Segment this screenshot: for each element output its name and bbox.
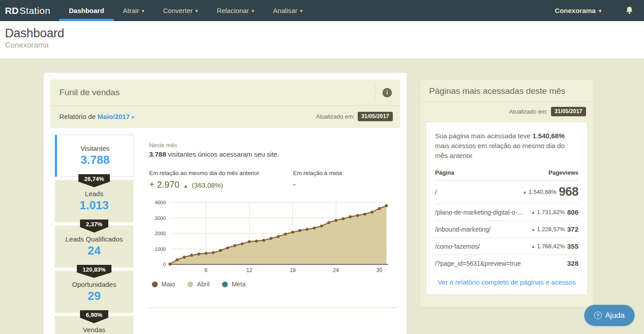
nav-item-atrair[interactable]: Atrair▾ (114, 0, 154, 21)
page-views: 328 (567, 259, 578, 267)
page-views: 968 (559, 185, 578, 199)
chevron-down-icon: ▾ (599, 8, 601, 14)
svg-text:18: 18 (289, 267, 296, 273)
arrow-up-icon: ▲ (523, 190, 527, 194)
stat-vs-goal-value: - (293, 180, 342, 189)
legend-label: Meta (231, 281, 245, 288)
svg-text:4000: 4000 (155, 200, 166, 205)
divider (149, 308, 397, 308)
pages-card-title: Páginas mais acessadas deste mês (429, 86, 565, 96)
rdstation-logo[interactable]: RD Station (0, 0, 56, 21)
funnel-stage-value: 1.013 (80, 198, 109, 212)
sales-funnel-panel: Funil de vendas i Relatório de Maio/2017… (44, 73, 407, 334)
svg-text:6: 6 (204, 267, 208, 273)
intro-post: mais acessos em relação ao mesmo dia do … (435, 142, 564, 159)
legend-item-meta[interactable]: Meta (222, 281, 245, 288)
legend-label: Maio (161, 281, 175, 288)
funnel-stage-visitantes[interactable]: Visitantes3.788 (55, 135, 133, 177)
nav-item-label: Atrair (123, 7, 139, 14)
page-metrics: 328 (567, 259, 578, 267)
col-header-pageviews: Pageviews (549, 169, 579, 176)
table-row[interactable]: /plano-de-marketing-digital-o-...▲1.731,… (435, 204, 578, 221)
visitors-count: 3.788 (149, 150, 166, 158)
nav-item-relacionar[interactable]: Relacionar▾ (207, 0, 263, 21)
updated-label: Atualizado em: (509, 108, 548, 115)
svg-text:24: 24 (333, 267, 339, 273)
pages-updated-at: Atualizado em: 31/05/2017 (509, 107, 586, 116)
funnel-stage-label: Leads Qualificados (66, 235, 123, 243)
nav-item-label: Dashboard (69, 7, 104, 14)
funnel-stage-value: 29 (88, 289, 101, 303)
chevron-down-icon: ▾ (132, 114, 134, 120)
pages-intro-text: Sua página mais acessada teve 1.540,68% … (426, 122, 587, 162)
visitors-chart-section: Neste mês 3.788 visitantes únicos acessa… (149, 142, 397, 334)
page-views: 806 (567, 208, 578, 216)
page-header: Dashboard Conexorama (0, 21, 644, 58)
nav-item-dashboard[interactable]: Dashboard (59, 0, 113, 21)
logo-bold: RD (5, 5, 18, 16)
svg-text:3000: 3000 (155, 215, 166, 221)
funnel-stage-label: Leads (85, 190, 103, 198)
chevron-down-icon: ▾ (252, 8, 254, 14)
table-row[interactable]: /como-fazemos/▲1.768,42%355 (435, 238, 578, 255)
main-nav: DashboardAtrair▾Converter▾Relacionar▾Ana… (59, 0, 312, 21)
arrow-up-icon: ▲ (531, 210, 535, 215)
funnel-stage-value: 3.788 (80, 153, 110, 167)
svg-text:30: 30 (376, 267, 382, 273)
report-period-selector[interactable]: Relatório de Maio/2017▾ (59, 113, 134, 120)
page-delta-pct: 1.731,82% (537, 209, 565, 215)
help-button-label: Ajuda (605, 311, 625, 320)
pages-table: Página Pageviews /▲1.540,68%968/plano-de… (426, 169, 587, 272)
table-row[interactable]: /inbound-marketing/▲1.228,57%372 (435, 221, 578, 238)
nav-item-label: Converter (163, 7, 193, 14)
intro-highlight: 1.540,68% (533, 132, 565, 140)
svg-text:2000: 2000 (155, 231, 166, 236)
period-label: Neste mês (149, 142, 397, 149)
funnel-stage-label: Oportunidades (72, 281, 116, 288)
visitors-summary: 3.788 visitantes únicos acessaram seu si… (149, 150, 397, 158)
help-button[interactable]: ? Ajuda (584, 305, 635, 326)
updated-label: Atualizado em: (316, 113, 355, 120)
stat-vs-previous-value: + 2.970 (149, 180, 179, 189)
table-row[interactable]: /?page_id=5631&preview=true328 (435, 255, 578, 272)
legend-item-maio[interactable]: Maio (152, 281, 175, 288)
pages-table-body: /▲1.540,68%968/plano-de-marketing-digita… (435, 180, 578, 272)
legend-label: Abril (197, 281, 209, 288)
page-path: / (435, 189, 437, 196)
chevron-down-icon: ▾ (300, 8, 303, 14)
updated-date-badge: 31/05/2017 (551, 107, 586, 116)
account-name: Conexorama (555, 7, 596, 14)
svg-text:0: 0 (163, 262, 166, 267)
chevron-down-icon: ▾ (195, 8, 198, 14)
funnel-stages: Visitantes3.78826,74%Leads1.0132,37%Lead… (55, 135, 133, 334)
funnel-stage-value: 24 (88, 244, 101, 258)
info-icon[interactable]: i (382, 88, 392, 97)
updated-date-badge: 31/05/2017 (358, 112, 393, 121)
page-metrics: ▲1.731,82%806 (531, 208, 578, 216)
page-subtitle: Conexorama (5, 41, 644, 50)
legend-item-abril[interactable]: Abril (187, 281, 209, 288)
page-delta-pct: 1.768,42% (537, 243, 565, 250)
page-metrics: ▲1.540,68%968 (523, 185, 578, 199)
stat-vs-goal: Em relação à meta - (293, 170, 342, 190)
divider (375, 85, 376, 100)
page-metrics: ▲1.228,57%372 (531, 225, 578, 233)
page-views: 372 (567, 225, 578, 233)
stat-vs-goal-label: Em relação à meta (293, 170, 342, 176)
nav-item-converter[interactable]: Converter▾ (154, 0, 207, 21)
pages-inner-panel: Sua página mais acessada teve 1.540,68% … (426, 122, 588, 295)
legend-dot-icon (152, 281, 158, 287)
report-prefix: Relatório de (59, 113, 96, 120)
account-menu[interactable]: Conexorama ▾ (555, 7, 601, 14)
stat-vs-previous-pct: (363,08%) (192, 181, 223, 189)
full-report-link[interactable]: Ver o relatório completo de páginas e ac… (438, 278, 576, 286)
page-title: Dashboard (5, 26, 644, 40)
funnel-panel-header: Funil de vendas i Relatório de Maio/2017… (50, 79, 400, 128)
question-icon: ? (594, 312, 602, 319)
legend-dot-icon (222, 281, 228, 287)
notifications-button[interactable] (625, 6, 634, 15)
chevron-down-icon: ▾ (142, 8, 144, 14)
table-row[interactable]: /▲1.540,68%968 (435, 180, 578, 204)
nav-item-analisar[interactable]: Analisar▾ (264, 0, 312, 21)
funnel-card-title: Funil de vendas (59, 88, 120, 97)
